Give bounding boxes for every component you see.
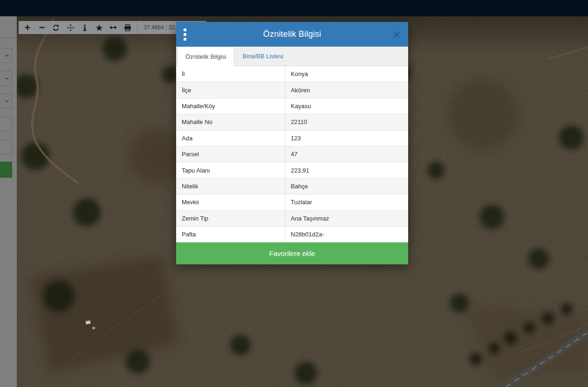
row-value: Akören [285, 82, 408, 97]
row-value: 22110 [285, 114, 408, 130]
attribute-table: İl Konya İlçe Akören Mahalle/Köy Kayasu … [176, 66, 408, 242]
table-row: Pafta N28b01d2a- [176, 227, 408, 242]
attribute-info-modal: Öznitelik Bilgisi ✕ Öznitelik Bilgisi Bi… [176, 22, 408, 264]
row-label: Pafta [176, 227, 285, 242]
app-screen: 37.4694 : 32.26 Öznitelik Bilgisi ✕ Özni… [0, 0, 588, 387]
panel-field-2[interactable] [0, 139, 12, 154]
row-value: Tuzlalar [285, 194, 408, 210]
row-label: Zemin Tip [176, 211, 285, 226]
zoom-in-button[interactable] [22, 22, 33, 33]
modal-title: Öznitelik Bilgisi [263, 29, 321, 39]
row-label: Parsel [176, 146, 285, 162]
top-navigation-bar [0, 0, 588, 16]
modal-tabbar: Öznitelik Bilgisi Bina/BB Listesi [176, 47, 408, 66]
table-row: Mevkii Tuzlalar [176, 194, 408, 210]
row-value: Konya [285, 66, 408, 82]
table-row: Mahalle/Köy Kayasu [176, 98, 408, 114]
measure-horizontal-icon [109, 25, 117, 30]
tab-oznitelik-bilgisi[interactable]: Öznitelik Bilgisi [177, 47, 234, 66]
row-value: N28b01d2a- [285, 227, 408, 242]
chevron-down-icon [5, 76, 9, 81]
refresh-button[interactable] [50, 22, 62, 33]
info-button[interactable] [79, 22, 90, 33]
zoom-out-icon [39, 24, 45, 31]
pan-move-icon [67, 24, 74, 31]
row-value: 47 [285, 146, 408, 162]
panel-field-1[interactable] [0, 117, 12, 131]
kebab-menu-button[interactable] [184, 28, 192, 41]
row-value: 223,91 [285, 162, 408, 178]
layer-select-3[interactable] [0, 94, 12, 109]
table-row: Tapu Alanı 223,91 [176, 162, 408, 178]
zoom-out-button[interactable] [36, 22, 48, 33]
row-label: Mevkii [176, 194, 285, 210]
row-label: Mahalle/Köy [176, 98, 285, 114]
row-label: Tapu Alanı [176, 162, 285, 178]
row-value: Kayasu [285, 98, 408, 114]
info-icon [83, 24, 87, 31]
layer-select-2[interactable] [0, 71, 12, 86]
table-row: Nitelik Bahçe [176, 179, 408, 194]
kebab-dot [184, 38, 186, 41]
favorites-star-button[interactable] [94, 22, 105, 33]
zoom-in-icon [24, 24, 31, 31]
tab-bina-bb-listesi[interactable]: Bina/BB Listesi [234, 47, 291, 66]
table-row: İlçe Akören [176, 82, 408, 98]
favorites-star-icon [96, 24, 103, 31]
close-icon[interactable]: ✕ [391, 28, 402, 40]
table-row: Zemin Tip Ana Taşınmaz [176, 211, 408, 227]
row-label: Ada [176, 131, 285, 146]
chevron-down-icon [5, 53, 9, 58]
row-label: Mahalle No [176, 114, 285, 130]
chevron-down-icon [5, 99, 9, 104]
row-value: Bahçe [285, 179, 408, 194]
panel-divider [0, 37, 17, 38]
row-value: 123 [285, 131, 408, 146]
layer-select-1[interactable] [0, 48, 12, 63]
row-label: İlçe [176, 82, 285, 97]
left-panel [0, 16, 17, 387]
print-button[interactable] [122, 22, 133, 33]
row-label: Nitelik [176, 179, 285, 194]
print-icon [124, 24, 131, 31]
table-row: İl Konya [176, 66, 408, 82]
kebab-dot [184, 33, 186, 36]
refresh-icon [52, 24, 60, 31]
row-value: Ana Taşınmaz [285, 211, 408, 226]
modal-header: Öznitelik Bilgisi ✕ [176, 22, 408, 47]
pan-move-button[interactable] [65, 22, 76, 33]
table-row: Ada 123 [176, 131, 408, 146]
kebab-dot [184, 28, 186, 31]
toolbar-icon-group [19, 21, 137, 34]
table-row: Parsel 47 [176, 146, 408, 162]
measure-horizontal-button[interactable] [108, 22, 119, 33]
row-label: İl [176, 66, 285, 82]
table-row: Mahalle No 22110 [176, 114, 408, 130]
add-to-favorites-button[interactable]: Favorilere ekle [176, 242, 408, 264]
panel-active-green-button[interactable] [0, 162, 12, 178]
